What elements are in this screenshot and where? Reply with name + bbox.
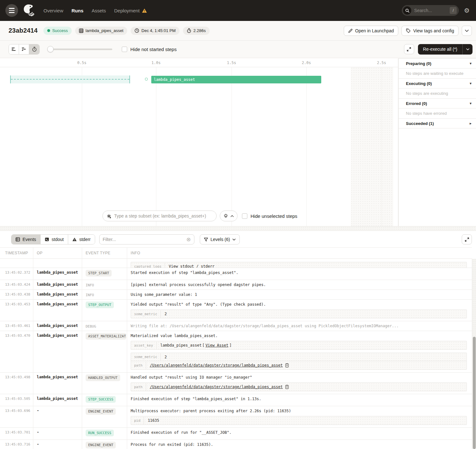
log-info: Finished execution of run for "__ASSET_J… — [127, 428, 472, 437]
reexecute-all-button[interactable]: Re-execute all (*) — [418, 44, 462, 55]
step-section-header[interactable]: Errored (0)▾ — [399, 99, 476, 108]
log-timestamp: 13:45:02.372 — [0, 268, 33, 277]
job-name-chip[interactable]: lambda_pipes_asset — [75, 27, 127, 35]
flat-view-icon — [11, 47, 16, 51]
log-row[interactable]: 13:45:03.716-ENGINE_EVENTProcess for run… — [0, 440, 472, 449]
step-section-header[interactable]: Succeeded (1)▸ — [399, 119, 476, 128]
nav-item-deployment[interactable]: Deployment — [114, 8, 147, 13]
flat-view-button[interactable] — [9, 44, 19, 54]
log-row[interactable]: captured_logsView stdout / stderr — [0, 259, 472, 268]
hide-unselected-checkbox[interactable] — [242, 213, 247, 219]
log-row[interactable]: 13:45:03.696-ENGINE_EVENTMultiprocess ex… — [0, 406, 472, 428]
log-info-text: Materialized value lambda_pipes_asset. — [131, 334, 467, 338]
event-type-badge: STEP_SUCCESS — [86, 396, 116, 403]
events-scrollbar[interactable] — [472, 259, 476, 449]
log-row[interactable]: 13:45:03.498lambda_pipes_assetHANDLED_OU… — [0, 373, 472, 394]
events-fullscreen-button[interactable] — [462, 234, 472, 244]
settings-gear-icon[interactable]: ⚙ — [464, 7, 470, 14]
log-info-text: Process for run exited (pid: 11635). — [131, 442, 467, 447]
event-type-label: DEBUG — [86, 323, 96, 329]
metadata-path-link[interactable]: /Users/alangenfeld/data/dagster/storage/… — [150, 363, 283, 368]
levels-dropdown-button[interactable]: Levels (6) — [200, 234, 240, 244]
timed-view-button[interactable] — [29, 44, 39, 54]
metadata-table: captured_logsView stdout / stderr — [131, 262, 467, 268]
metadata-value: 11635 — [144, 417, 163, 424]
metadata-key: pid — [131, 417, 144, 424]
search-input[interactable]: Search... / — [402, 5, 459, 16]
waterfall-view-button[interactable] — [19, 44, 29, 54]
top-nav: OverviewRunsAssetsDeployment Search... /… — [0, 0, 476, 21]
log-info-text: Multiprocess executor: parent process ex… — [131, 409, 467, 413]
slider-knob[interactable] — [47, 46, 54, 52]
hide-not-started-label: Hide not started steps — [130, 47, 177, 52]
log-timestamp: 13:45:03.453 — [0, 300, 33, 308]
log-op: - — [33, 406, 82, 415]
gantt-step-bar[interactable]: lambda_pipes_asset — [151, 76, 321, 83]
events-table-body: captured_logsView stdout / stderr13:45:0… — [0, 259, 472, 449]
axis-gridline — [156, 67, 156, 226]
graph-query-toggle-button[interactable] — [220, 211, 238, 221]
log-info: Multiprocess executor: parent process ex… — [127, 406, 472, 427]
gantt-zoom-slider[interactable] — [47, 46, 112, 52]
panel-resize-splitter[interactable] — [0, 226, 476, 231]
log-op: lambda_pipes_asset — [33, 373, 82, 381]
tab-stdout[interactable]: stdout — [41, 235, 68, 244]
log-row[interactable]: 13:45:03.438lambda_pipes_assetINFOUsing … — [0, 290, 472, 300]
axis-tick-label: 1.5s — [227, 61, 236, 65]
step-section-header[interactable]: Preparing (0)▾ — [399, 59, 476, 68]
log-filter-input[interactable]: Filter... ⊗ — [99, 234, 194, 244]
stdout-terminal-icon — [45, 237, 49, 242]
clear-filter-icon[interactable]: ⊗ — [186, 236, 191, 243]
log-info-text: Yielded output "result" of type "Any". (… — [131, 302, 467, 307]
hide-not-started-checkbox[interactable] — [122, 47, 127, 52]
log-row[interactable]: 13:45:03.470lambda_pipes_assetASSET_MATE… — [0, 331, 472, 373]
log-row[interactable]: 13:45:03.461lambda_pipes_assetDEBUGWriti… — [0, 321, 472, 331]
caret-down-icon: ▾ — [470, 101, 472, 106]
axis-gridline — [231, 67, 232, 226]
reexecute-dropdown-button[interactable] — [462, 44, 473, 55]
gantt-chart: 0.5s1.0s1.5s2.0s2.5s lambda_pipes_asset … — [0, 58, 398, 226]
log-op: - — [33, 440, 82, 448]
status-badge: Success — [43, 27, 72, 35]
step-section-header[interactable]: Executing (0)▾ — [399, 79, 476, 88]
log-row[interactable]: 13:45:03.424lambda_pipes_assetINFO[pipes… — [0, 280, 472, 290]
log-info-text: Writing file at: /Users/alangenfeld/data… — [131, 324, 467, 328]
step-subset-placeholder: Type a step subset (ex: lambda_pipes_ass… — [114, 213, 206, 218]
nav-item-runs[interactable]: Runs — [72, 8, 84, 13]
view-tags-config-button[interactable]: View tags and config — [401, 26, 459, 36]
log-tabs: Eventsstdoutstderr — [11, 234, 95, 244]
metadata-key: some_metric — [131, 353, 161, 361]
nav-item-assets[interactable]: Assets — [92, 8, 106, 13]
log-row[interactable]: 13:45:03.701-RUN_SUCCESSFinished executi… — [0, 428, 472, 440]
metadata-table: some_metric2path/Users/alangenfeld/data/… — [131, 353, 467, 370]
copy-to-clipboard-icon[interactable] — [285, 385, 289, 389]
log-row[interactable]: 13:45:03.453lambda_pipes_assetSTEP_OUTPU… — [0, 300, 472, 321]
log-row[interactable]: 13:45:03.505lambda_pipes_assetSTEP_SUCCE… — [0, 394, 472, 406]
scrollbar-thumb[interactable] — [473, 337, 476, 449]
caret-down-icon: ▾ — [470, 61, 472, 66]
step-subset-input[interactable]: Type a step subset (ex: lambda_pipes_ass… — [102, 211, 217, 221]
axis-gridline — [306, 67, 307, 226]
tab-stderr[interactable]: stderr — [68, 235, 95, 244]
hide-not-started-control: Hide not started steps — [122, 47, 177, 52]
chevron-down-icon — [232, 238, 236, 241]
event-type-badge: ENGINE_EVENT — [86, 408, 116, 415]
duration-chip: 2.286s — [183, 27, 210, 35]
copy-to-clipboard-icon[interactable] — [285, 363, 289, 368]
hamburger-menu-icon[interactable] — [5, 4, 18, 17]
log-timestamp: 13:45:03.505 — [0, 394, 33, 403]
column-header-timestamp: TIMESTAMP — [0, 251, 33, 255]
nav-item-overview[interactable]: Overview — [43, 8, 63, 13]
tag-icon — [406, 28, 411, 33]
metadata-path-link[interactable]: /Users/alangenfeld/data/dagster/storage/… — [150, 385, 283, 389]
view-asset-link[interactable]: View Asset — [205, 343, 228, 348]
step-section-empty-text: No steps are executing — [399, 88, 476, 99]
open-in-launchpad-button[interactable]: Open in Launchpad — [344, 26, 398, 36]
tab-events[interactable]: Events — [11, 235, 41, 244]
dagster-logo-icon[interactable] — [23, 3, 35, 17]
log-row[interactable]: 13:45:02.372lambda_pipes_assetSTEP_START… — [0, 268, 472, 280]
log-op: lambda_pipes_asset — [33, 280, 82, 289]
gantt-fullscreen-button[interactable] — [404, 44, 414, 54]
run-actions-dropdown-button[interactable] — [462, 26, 472, 36]
metadata-key: path — [131, 383, 146, 391]
